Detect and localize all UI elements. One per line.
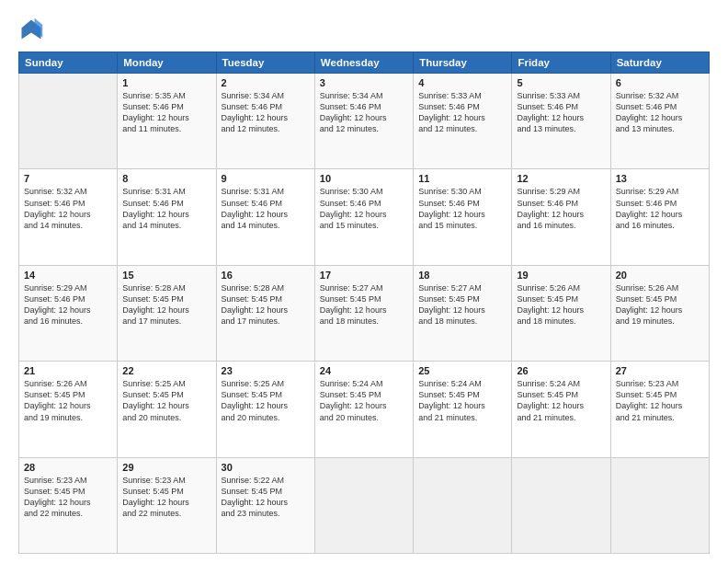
day-number: 26 (517, 365, 605, 376)
calendar-cell: 20Sunrise: 5:26 AM Sunset: 5:45 PM Dayli… (610, 265, 709, 361)
calendar-cell: 30Sunrise: 5:22 AM Sunset: 5:45 PM Dayli… (216, 457, 314, 553)
calendar-cell: 12Sunrise: 5:29 AM Sunset: 5:46 PM Dayli… (512, 169, 610, 265)
calendar-cell: 25Sunrise: 5:24 AM Sunset: 5:45 PM Dayli… (414, 362, 512, 457)
calendar-cell: 5Sunrise: 5:33 AM Sunset: 5:46 PM Daylig… (512, 74, 610, 169)
day-number: 7 (24, 173, 112, 184)
day-number: 20 (616, 270, 704, 281)
day-info: Sunrise: 5:34 AM Sunset: 5:46 PM Dayligh… (222, 90, 310, 135)
calendar-cell (512, 457, 610, 553)
calendar-cell: 24Sunrise: 5:24 AM Sunset: 5:45 PM Dayli… (314, 362, 413, 457)
calendar-cell: 19Sunrise: 5:26 AM Sunset: 5:45 PM Dayli… (512, 265, 610, 361)
day-info: Sunrise: 5:29 AM Sunset: 5:46 PM Dayligh… (616, 186, 704, 231)
calendar-cell: 14Sunrise: 5:29 AM Sunset: 5:46 PM Dayli… (19, 265, 118, 361)
calendar-cell: 17Sunrise: 5:27 AM Sunset: 5:45 PM Dayli… (314, 265, 413, 361)
day-info: Sunrise: 5:29 AM Sunset: 5:46 PM Dayligh… (24, 282, 112, 327)
week-row-3: 21Sunrise: 5:26 AM Sunset: 5:45 PM Dayli… (19, 362, 710, 457)
day-info: Sunrise: 5:23 AM Sunset: 5:45 PM Dayligh… (616, 378, 704, 423)
calendar-cell: 21Sunrise: 5:26 AM Sunset: 5:45 PM Dayli… (19, 362, 118, 457)
day-info: Sunrise: 5:31 AM Sunset: 5:46 PM Dayligh… (222, 186, 310, 231)
day-number: 5 (517, 77, 605, 88)
day-number: 29 (122, 462, 210, 473)
day-info: Sunrise: 5:34 AM Sunset: 5:46 PM Dayligh… (320, 90, 408, 135)
header (18, 17, 710, 42)
day-number: 25 (418, 365, 506, 376)
weekday-header-monday: Monday (118, 52, 216, 74)
day-info: Sunrise: 5:33 AM Sunset: 5:46 PM Dayligh… (517, 90, 605, 135)
week-row-2: 14Sunrise: 5:29 AM Sunset: 5:46 PM Dayli… (19, 265, 710, 361)
day-number: 27 (616, 365, 704, 376)
day-info: Sunrise: 5:23 AM Sunset: 5:45 PM Dayligh… (122, 475, 210, 520)
day-number: 11 (418, 173, 506, 184)
day-info: Sunrise: 5:26 AM Sunset: 5:45 PM Dayligh… (24, 378, 112, 423)
calendar-cell: 4Sunrise: 5:33 AM Sunset: 5:46 PM Daylig… (414, 74, 512, 169)
week-row-4: 28Sunrise: 5:23 AM Sunset: 5:45 PM Dayli… (19, 457, 710, 553)
calendar-cell: 22Sunrise: 5:25 AM Sunset: 5:45 PM Dayli… (118, 362, 216, 457)
day-number: 15 (122, 270, 210, 281)
calendar-cell (414, 457, 512, 553)
day-number: 28 (24, 462, 112, 473)
calendar-cell: 15Sunrise: 5:28 AM Sunset: 5:45 PM Dayli… (118, 265, 216, 361)
calendar-cell: 10Sunrise: 5:30 AM Sunset: 5:46 PM Dayli… (314, 169, 413, 265)
day-info: Sunrise: 5:24 AM Sunset: 5:45 PM Dayligh… (517, 378, 605, 423)
calendar-cell: 13Sunrise: 5:29 AM Sunset: 5:46 PM Dayli… (610, 169, 709, 265)
calendar-cell: 23Sunrise: 5:25 AM Sunset: 5:45 PM Dayli… (216, 362, 314, 457)
calendar-cell: 1Sunrise: 5:35 AM Sunset: 5:46 PM Daylig… (118, 74, 216, 169)
calendar-cell: 27Sunrise: 5:23 AM Sunset: 5:45 PM Dayli… (610, 362, 709, 457)
day-info: Sunrise: 5:22 AM Sunset: 5:45 PM Dayligh… (222, 475, 310, 520)
day-info: Sunrise: 5:25 AM Sunset: 5:45 PM Dayligh… (222, 378, 310, 423)
day-info: Sunrise: 5:28 AM Sunset: 5:45 PM Dayligh… (222, 282, 310, 327)
day-info: Sunrise: 5:31 AM Sunset: 5:46 PM Dayligh… (122, 186, 210, 231)
day-number: 30 (222, 462, 310, 473)
day-number: 3 (320, 77, 408, 88)
weekday-header-wednesday: Wednesday (314, 52, 413, 74)
calendar-cell: 9Sunrise: 5:31 AM Sunset: 5:46 PM Daylig… (216, 169, 314, 265)
page: SundayMondayTuesdayWednesdayThursdayFrid… (0, 0, 728, 563)
day-number: 13 (616, 173, 704, 184)
day-number: 6 (616, 77, 704, 88)
weekday-row: SundayMondayTuesdayWednesdayThursdayFrid… (19, 52, 710, 74)
day-number: 2 (222, 77, 310, 88)
weekday-header-thursday: Thursday (414, 52, 512, 74)
calendar-cell (314, 457, 413, 553)
day-info: Sunrise: 5:26 AM Sunset: 5:45 PM Dayligh… (517, 282, 605, 327)
day-info: Sunrise: 5:29 AM Sunset: 5:46 PM Dayligh… (517, 186, 605, 231)
calendar-cell: 7Sunrise: 5:32 AM Sunset: 5:46 PM Daylig… (19, 169, 118, 265)
day-info: Sunrise: 5:27 AM Sunset: 5:45 PM Dayligh… (320, 282, 408, 327)
day-info: Sunrise: 5:28 AM Sunset: 5:45 PM Dayligh… (122, 282, 210, 327)
day-info: Sunrise: 5:27 AM Sunset: 5:45 PM Dayligh… (418, 282, 506, 327)
calendar-cell: 18Sunrise: 5:27 AM Sunset: 5:45 PM Dayli… (414, 265, 512, 361)
day-number: 1 (122, 77, 210, 88)
day-info: Sunrise: 5:30 AM Sunset: 5:46 PM Dayligh… (418, 186, 506, 231)
day-info: Sunrise: 5:33 AM Sunset: 5:46 PM Dayligh… (418, 90, 506, 135)
calendar-cell: 3Sunrise: 5:34 AM Sunset: 5:46 PM Daylig… (314, 74, 413, 169)
calendar-cell: 8Sunrise: 5:31 AM Sunset: 5:46 PM Daylig… (118, 169, 216, 265)
day-number: 22 (122, 365, 210, 376)
day-number: 17 (320, 270, 408, 281)
calendar-cell: 11Sunrise: 5:30 AM Sunset: 5:46 PM Dayli… (414, 169, 512, 265)
day-info: Sunrise: 5:26 AM Sunset: 5:45 PM Dayligh… (616, 282, 704, 327)
week-row-0: 1Sunrise: 5:35 AM Sunset: 5:46 PM Daylig… (19, 74, 710, 169)
logo (18, 17, 48, 42)
day-number: 21 (24, 365, 112, 376)
calendar-cell (610, 457, 709, 553)
calendar-cell (19, 74, 118, 169)
weekday-header-tuesday: Tuesday (216, 52, 314, 74)
calendar-cell: 26Sunrise: 5:24 AM Sunset: 5:45 PM Dayli… (512, 362, 610, 457)
day-number: 23 (222, 365, 310, 376)
day-info: Sunrise: 5:24 AM Sunset: 5:45 PM Dayligh… (320, 378, 408, 423)
calendar-cell: 2Sunrise: 5:34 AM Sunset: 5:46 PM Daylig… (216, 74, 314, 169)
weekday-header-sunday: Sunday (19, 52, 118, 74)
day-number: 8 (122, 173, 210, 184)
calendar-cell: 28Sunrise: 5:23 AM Sunset: 5:45 PM Dayli… (19, 457, 118, 553)
day-number: 19 (517, 270, 605, 281)
calendar-cell: 29Sunrise: 5:23 AM Sunset: 5:45 PM Dayli… (118, 457, 216, 553)
day-number: 12 (517, 173, 605, 184)
logo-icon (18, 17, 44, 42)
day-info: Sunrise: 5:32 AM Sunset: 5:46 PM Dayligh… (616, 90, 704, 135)
day-number: 9 (222, 173, 310, 184)
day-info: Sunrise: 5:25 AM Sunset: 5:45 PM Dayligh… (122, 378, 210, 423)
day-info: Sunrise: 5:24 AM Sunset: 5:45 PM Dayligh… (418, 378, 506, 423)
weekday-header-saturday: Saturday (610, 52, 709, 74)
week-row-1: 7Sunrise: 5:32 AM Sunset: 5:46 PM Daylig… (19, 169, 710, 265)
day-info: Sunrise: 5:30 AM Sunset: 5:46 PM Dayligh… (320, 186, 408, 231)
